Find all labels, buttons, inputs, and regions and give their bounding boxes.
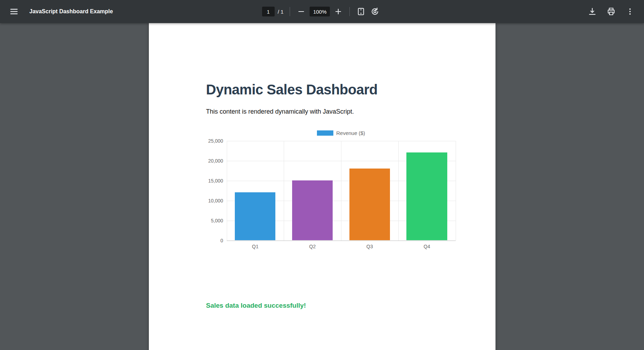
page-number-input[interactable] [262, 7, 275, 16]
chart-plot [227, 141, 456, 241]
zoom-level-field[interactable]: 100% [310, 7, 330, 16]
x-tick-label: Q3 [341, 244, 398, 249]
page-count-label: / 1 [278, 9, 284, 15]
zoom-in-button[interactable] [331, 5, 345, 19]
download-icon [588, 7, 597, 16]
v-gridline [398, 141, 399, 241]
toolbar-center-group: / 1 100% [262, 5, 382, 19]
chart-ylabels: 05,00010,00015,00020,00025,000 [206, 141, 227, 241]
document-title: JavaScript Dashboard Example [29, 8, 113, 15]
menu-button[interactable] [7, 5, 21, 19]
y-tick-label: 20,000 [208, 158, 223, 164]
print-button[interactable] [604, 5, 618, 19]
three-dot-menu-icon [626, 7, 634, 16]
x-tick-label: Q1 [227, 244, 284, 249]
legend-swatch [317, 130, 333, 136]
y-tick-label: 0 [220, 238, 223, 243]
chart-body: 05,00010,00015,00020,00025,000 [206, 141, 456, 241]
page-title: Dynamic Sales Dashboard [206, 82, 495, 98]
y-tick-label: 15,000 [208, 178, 223, 184]
x-tick-label: Q4 [398, 244, 456, 249]
print-icon [607, 7, 616, 16]
minus-icon [297, 7, 305, 16]
status-message: Sales data loaded successfully! [206, 302, 495, 309]
fit-to-page-button[interactable] [354, 5, 368, 19]
y-tick-label: 5,000 [211, 218, 223, 223]
rotate-counterclockwise-icon [370, 7, 379, 16]
v-gridline [227, 141, 227, 241]
chart-xlabels: Q1Q2Q3Q4 [227, 244, 456, 249]
v-gridline [341, 141, 341, 241]
bar-q4 [406, 152, 447, 240]
hamburger-menu-icon [9, 7, 19, 16]
more-options-button[interactable] [623, 5, 637, 19]
zoom-out-button[interactable] [294, 5, 308, 19]
bar-q3 [349, 169, 390, 240]
toolbar-divider [349, 7, 350, 16]
pdf-viewport[interactable]: Dynamic Sales Dashboard This content is … [0, 23, 644, 350]
page-subtitle: This content is rendered dynamically wit… [206, 108, 495, 115]
rotate-button[interactable] [368, 5, 382, 19]
toolbar-right-group [382, 5, 637, 19]
y-tick-label: 25,000 [208, 138, 223, 144]
download-button[interactable] [585, 5, 599, 19]
v-gridline [284, 141, 284, 241]
x-tick-label: Q2 [284, 244, 341, 249]
h-gridline [227, 241, 456, 241]
plus-icon [334, 7, 342, 16]
bar-q1 [235, 192, 275, 240]
chart-legend: Revenue ($) [227, 130, 456, 136]
toolbar-left-group: JavaScript Dashboard Example [7, 5, 262, 19]
bar-q2 [292, 180, 333, 240]
pdf-page: Dynamic Sales Dashboard This content is … [149, 23, 495, 350]
v-gridline [456, 141, 456, 241]
toolbar-divider [290, 7, 290, 16]
legend-label: Revenue ($) [336, 130, 365, 136]
revenue-bar-chart: Revenue ($) 05,00010,00015,00020,00025,0… [206, 130, 456, 249]
fit-to-page-icon [356, 7, 366, 16]
pdf-toolbar: JavaScript Dashboard Example / 1 100% [0, 0, 644, 23]
y-tick-label: 10,000 [208, 198, 223, 203]
